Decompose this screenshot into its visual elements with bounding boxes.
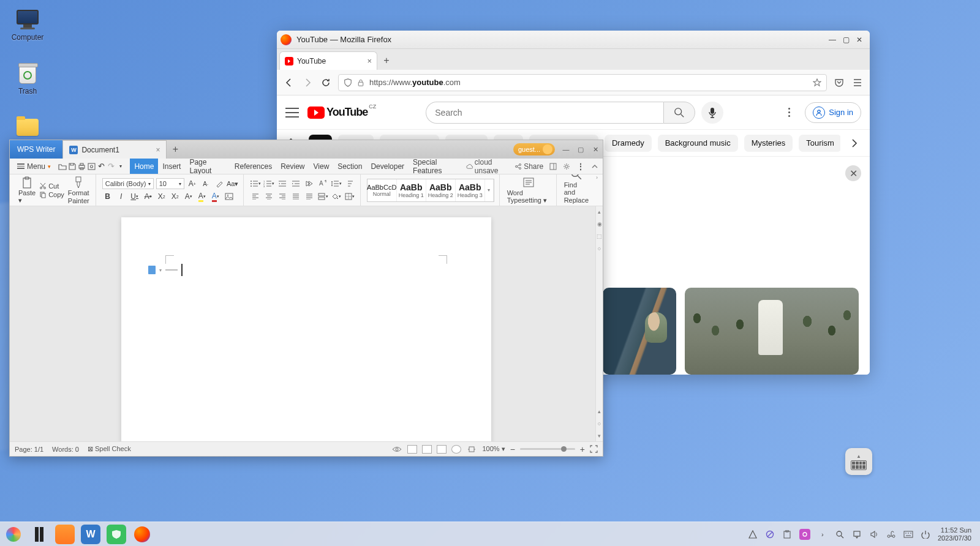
- decrease-indent-button[interactable]: [277, 178, 288, 189]
- side-prev-button[interactable]: ▴: [598, 408, 601, 414]
- forward-button[interactable]: [301, 77, 314, 89]
- browser-tab-youtube[interactable]: YouTube ×: [279, 51, 377, 70]
- youtube-search-button[interactable]: [663, 102, 695, 124]
- chip-dramedy[interactable]: Dramedy: [605, 135, 652, 152]
- minimize-button[interactable]: —: [826, 34, 839, 46]
- quick-save-button[interactable]: [67, 161, 77, 172]
- firefox-titlebar[interactable]: YouTube — Mozilla Firefox — ▢ ✕: [277, 31, 870, 49]
- view-outline-button[interactable]: [422, 445, 432, 454]
- video-thumbnail-2[interactable]: [685, 288, 859, 375]
- format-painter-button[interactable]: FormatPainter: [67, 176, 91, 204]
- firefox-menu-button[interactable]: [851, 77, 864, 89]
- cloud-status[interactable]: cloud unsave: [466, 158, 510, 175]
- numbered-list-button[interactable]: 123▾: [263, 178, 274, 189]
- back-button[interactable]: [283, 77, 295, 89]
- video-thumbnail-1[interactable]: [603, 288, 676, 375]
- wps-settings-button[interactable]: [562, 161, 571, 172]
- fullscreen-button[interactable]: [590, 445, 598, 453]
- font-color-button[interactable]: A▾: [210, 191, 221, 202]
- chip-tourism[interactable]: Tourism: [799, 135, 840, 152]
- style-gallery-more-button[interactable]: ▾: [485, 179, 494, 201]
- quick-open-button[interactable]: [58, 161, 67, 172]
- highlight-button[interactable]: A▾: [197, 191, 208, 202]
- taskbar-app-wps[interactable]: W: [81, 525, 100, 544]
- taskbar-taskview-button[interactable]: [29, 525, 49, 544]
- style-gallery[interactable]: AaBbCcDNormal AaBbHeading 1 AaBbHeading …: [367, 179, 494, 202]
- youtube-signin-button[interactable]: Sign in: [805, 102, 861, 123]
- align-center-button[interactable]: [263, 191, 274, 202]
- paste-button[interactable]: Paste ▾: [17, 176, 37, 204]
- tray-tools-button[interactable]: [748, 529, 758, 539]
- document-page[interactable]: ▾: [121, 217, 491, 441]
- taskbar-app-firefox[interactable]: [132, 525, 152, 544]
- view-reading-button[interactable]: [437, 445, 447, 454]
- tray-screenshot-button[interactable]: [799, 529, 810, 540]
- wps-maximize-button[interactable]: ▢: [573, 140, 588, 159]
- desktop-icon-computer[interactable]: Computer: [6, 9, 49, 42]
- zoom-slider[interactable]: [520, 448, 575, 450]
- tray-keyboard-button[interactable]: [903, 529, 913, 539]
- wps-minimize-button[interactable]: —: [559, 140, 573, 159]
- menu-tab-review[interactable]: Review: [276, 159, 309, 174]
- align-right-button[interactable]: [277, 191, 288, 202]
- menu-tab-special-features[interactable]: Special Features: [409, 159, 466, 174]
- find-replace-button[interactable]: Find andReplace ▾: [563, 174, 590, 206]
- text-effect-button[interactable]: A▾: [183, 191, 194, 202]
- bookmark-star-icon[interactable]: [813, 78, 821, 87]
- new-tab-button[interactable]: +: [377, 51, 396, 70]
- style-heading-2[interactable]: AaBbHeading 2: [426, 179, 456, 201]
- page-icon[interactable]: [148, 266, 156, 274]
- view-print-layout-button[interactable]: [407, 445, 417, 454]
- quick-redo-button[interactable]: ↷: [107, 161, 116, 172]
- chip-mysteries[interactable]: Mysteries: [744, 135, 793, 152]
- tray-network-button[interactable]: [886, 529, 896, 539]
- banner-close-button[interactable]: ✕: [845, 165, 861, 181]
- underline-button[interactable]: U▾: [129, 191, 140, 202]
- cut-button[interactable]: Cut: [39, 182, 64, 190]
- change-case-button[interactable]: Aa▾: [227, 178, 238, 189]
- increase-indent-button[interactable]: [290, 178, 301, 189]
- wps-main-menu-button[interactable]: Menu ▾: [13, 162, 55, 171]
- wps-task-pane-button[interactable]: [548, 161, 557, 172]
- menu-tab-home[interactable]: Home: [130, 159, 158, 174]
- menu-tab-insert[interactable]: Insert: [158, 159, 185, 174]
- zoom-level[interactable]: 100% ▾: [482, 445, 505, 453]
- style-normal[interactable]: AaBbCcDNormal: [368, 179, 397, 201]
- quick-print-preview-button[interactable]: [87, 161, 97, 172]
- tray-search-button[interactable]: [835, 529, 845, 539]
- menu-tab-page-layout[interactable]: Page Layout: [185, 159, 230, 174]
- fit-width-button[interactable]: [466, 444, 477, 455]
- font-name-select[interactable]: Calibri (Body)▾: [102, 178, 154, 189]
- paragraph-spacing-button[interactable]: ▾: [317, 191, 328, 202]
- wps-document-tab[interactable]: W Document1 ×: [62, 140, 167, 159]
- pocket-button[interactable]: [833, 77, 845, 89]
- grow-font-button[interactable]: A+: [187, 178, 198, 189]
- eye-protection-button[interactable]: [391, 444, 402, 455]
- superscript-button[interactable]: X2: [156, 191, 167, 202]
- url-bar[interactable]: https://www.youtube.com: [338, 74, 827, 91]
- zoom-out-button[interactable]: −: [510, 444, 515, 454]
- wps-new-tab-button[interactable]: +: [167, 140, 184, 159]
- tray-clipboard-button[interactable]: [782, 529, 792, 539]
- tray-dnd-button[interactable]: [765, 529, 775, 539]
- tray-power-button[interactable]: [921, 529, 930, 539]
- side-next-button[interactable]: ▾: [598, 433, 601, 439]
- youtube-settings-button[interactable]: [782, 108, 796, 117]
- menu-tab-references[interactable]: References: [230, 159, 276, 174]
- wps-account-badge[interactable]: guest...: [513, 143, 555, 155]
- maximize-button[interactable]: ▢: [839, 34, 853, 46]
- shading-button[interactable]: ▾: [331, 191, 342, 202]
- copy-button[interactable]: Copy: [39, 191, 64, 198]
- wps-more-button[interactable]: ⋮: [576, 161, 586, 172]
- sort-button[interactable]: [344, 178, 355, 189]
- chip-background-music[interactable]: Background music: [658, 135, 738, 152]
- youtube-menu-button[interactable]: [285, 108, 299, 118]
- clear-format-button[interactable]: [214, 178, 225, 189]
- align-justify-button[interactable]: [290, 191, 301, 202]
- taskbar-launcher-button[interactable]: [4, 525, 23, 544]
- bold-button[interactable]: B: [102, 191, 113, 202]
- youtube-search-input[interactable]: [426, 102, 663, 124]
- status-words[interactable]: Words: 0: [52, 446, 79, 453]
- align-distribute-button[interactable]: [304, 191, 315, 202]
- text-direction-button[interactable]: A: [317, 178, 328, 189]
